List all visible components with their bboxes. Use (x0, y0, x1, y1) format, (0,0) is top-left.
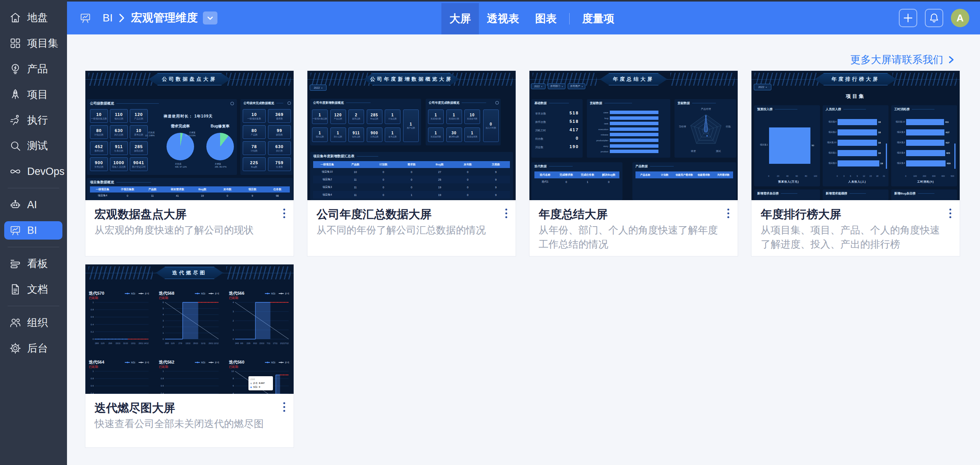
sidebar-item-后台[interactable]: 后台 (4, 339, 62, 357)
contribution-bar (610, 127, 658, 131)
radar-chart: 产品经理行政测试研发项目经理 (679, 108, 733, 155)
tab-大屏[interactable]: 大屏 (441, 3, 479, 34)
sidebar-item-bi[interactable]: BI (4, 221, 62, 240)
filter-dropdown[interactable]: 2022▾ (531, 83, 546, 89)
card-menu-button[interactable] (282, 401, 287, 413)
svg-text:行政: 行政 (726, 125, 731, 128)
thumb-panel: 新增Bug条目榜 (891, 189, 957, 200)
filter-dropdown[interactable]: 2022▾ (754, 84, 771, 90)
stat-box: 99缺陷数 (268, 125, 291, 139)
stat-box: 120产品总数 (130, 109, 148, 123)
sidebar-item-label: 地盘 (27, 11, 48, 24)
rank-bar (906, 160, 946, 166)
card-menu-button[interactable] (726, 207, 731, 220)
card-menu-button[interactable] (504, 207, 509, 220)
thumb-panel: 公司级数据概览10一级项目集总数110项目总数120产品总数80计划总数630执… (87, 99, 237, 175)
filter-dropdown[interactable]: 所有部门▾ (548, 83, 565, 89)
panel-title: 基础数据 (534, 101, 547, 105)
chart-legend: 实际参考 (265, 292, 289, 295)
stat-box: 1完成项目数 (428, 109, 444, 124)
card-title[interactable]: 年度排行榜大屏 (761, 208, 951, 221)
thumb-panel: 公司年度完成数据概览1完成项目数1完成执行数10完成发布数1完成需求数30解决B… (426, 99, 501, 145)
card-title[interactable]: 迭代燃尽图大屏 (95, 401, 284, 414)
svg-text:产品经理: 产品经理 (701, 108, 711, 111)
svg-text:0: 0 (233, 338, 234, 340)
card-title[interactable]: 公司年度汇总数据大屏 (317, 208, 506, 221)
contribution-bar (610, 122, 658, 125)
sidebar-item-label: BI (27, 225, 37, 237)
dashboard-thumbnail[interactable]: 迭代燃尽图迭代570实际参考已延期10.80.60.40.2028/811/92… (85, 264, 294, 394)
filter-dropdown[interactable]: 2022▾ (310, 85, 327, 91)
sidebar-item-文档[interactable]: 文档 (4, 280, 62, 299)
chart-legend: 实际参考 (265, 361, 289, 364)
dimension-dropdown[interactable] (203, 11, 217, 24)
svg-text:27/9: 27/9 (178, 342, 182, 344)
stat-box: 120产品总数 (330, 109, 346, 124)
more-dashboards-link[interactable]: 更多大屏请联系我们 (850, 53, 956, 67)
sidebar-item-label: 组织 (27, 316, 48, 330)
rank-bar (838, 160, 879, 166)
svg-text:1: 1 (163, 370, 164, 372)
dashboard-thumbnail[interactable]: 年度排行榜大屏2022▾项目集预算投入榜项目集190020406080100预算… (751, 71, 960, 200)
stat-box: 911任务总数 (348, 127, 364, 142)
sidebar-item-label: AI (27, 199, 37, 211)
stat-box: 30解决Bug数 (446, 127, 462, 142)
thumb-panel: 新增需求条目榜 (754, 189, 820, 200)
dashboard-thumbnail[interactable]: 年度总结大屏2022▾所有部门▾所有用户▾基础数据登录次数518操作次数518消… (529, 71, 738, 200)
chart-scrollbar[interactable] (886, 144, 887, 169)
card-title[interactable]: 宏观数据盘点大屏 (95, 208, 284, 221)
chevron-right-icon (118, 13, 126, 23)
thumb-panel: 新增需求规模榜 (823, 189, 889, 200)
card-title[interactable]: 年度总结大屏 (539, 208, 728, 221)
chart-scrollbar[interactable] (954, 144, 956, 169)
tab-度量项[interactable]: 度量项 (574, 3, 622, 34)
stat-box: 1发布总数 (385, 127, 400, 142)
breadcrumb-app[interactable]: BI (103, 12, 113, 24)
sidebar-item-看板[interactable]: 看板 (4, 255, 62, 273)
sidebar-item-项目[interactable]: 项目 (4, 85, 62, 104)
sidebar-item-devops[interactable]: DevOps (4, 162, 62, 181)
stat-box: 630执行总数 (110, 125, 128, 139)
svg-text:0.8: 0.8 (91, 377, 94, 380)
svg-text:0: 0 (93, 338, 94, 340)
card-menu-button[interactable] (948, 207, 953, 220)
card-description: 从项目集、项目、产品、个人的角度快速了解进度、投入、产出的排行榜 (761, 223, 941, 251)
svg-text:26/11: 26/11 (209, 342, 213, 344)
sidebar-item-产品[interactable]: 产品 (4, 60, 62, 78)
panel-title: 公司年度完成数据概览 (429, 101, 459, 105)
dashboard-thumbnail[interactable]: 公司年度新增数据概览大屏2022▾公司年度新增数据概览1一级项目集总数120产品… (307, 71, 516, 200)
info-icon (495, 101, 499, 104)
sidebar-item-地盘[interactable]: 地盘 (4, 8, 62, 27)
main-content: 更多大屏请联系我们 公司数据盘点大屏公司级数据概览10一级项目集总数110项目总… (67, 34, 980, 465)
svg-text:24/8: 24/8 (235, 342, 239, 344)
svg-text:2: 2 (233, 320, 234, 322)
tab-图表[interactable]: 图表 (527, 3, 565, 34)
tab-透视表[interactable]: 透视表 (479, 3, 527, 34)
robot-icon (8, 198, 22, 212)
more-dashboards-label: 更多大屏请联系我们 (850, 53, 943, 67)
dashboard-thumbnail[interactable]: 公司数据盘点大屏公司级数据概览10一级项目集总数110项目总数120产品总数80… (85, 71, 294, 200)
sidebar-divider (8, 306, 59, 306)
filter-dropdown[interactable]: 所有用户▾ (568, 83, 585, 89)
sidebar-item-label: 执行 (27, 113, 48, 127)
doc-icon (8, 282, 22, 296)
stat-box: 1用户总数 (403, 109, 419, 142)
rank-bar (838, 150, 877, 156)
svg-text:3: 3 (233, 310, 234, 313)
add-button[interactable] (899, 9, 917, 27)
overdue-badge: 已延期 (229, 365, 289, 369)
sidebar-item-执行[interactable]: 执行 (4, 111, 62, 129)
dashboard-card: 迭代燃尽图迭代570实际参考已延期10.80.60.40.2028/811/92… (85, 264, 294, 448)
card-menu-button[interactable] (282, 207, 287, 220)
sidebar-item-label: 文档 (27, 282, 48, 296)
rank-bar (769, 127, 810, 164)
notifications-button[interactable] (925, 9, 943, 27)
sidebar-item-组织[interactable]: 组织 (4, 313, 62, 332)
sidebar-item-ai[interactable]: AI (4, 196, 62, 214)
avatar[interactable]: A (951, 9, 969, 27)
svg-text:7/11: 7/11 (267, 342, 271, 344)
breadcrumb-page: 宏观管理维度 (131, 10, 198, 26)
sidebar-item-项目集[interactable]: 项目集 (4, 34, 62, 52)
sidebar-item-测试[interactable]: 测试 (4, 137, 62, 155)
stat-box: 1一级项目集总数 (312, 109, 328, 124)
